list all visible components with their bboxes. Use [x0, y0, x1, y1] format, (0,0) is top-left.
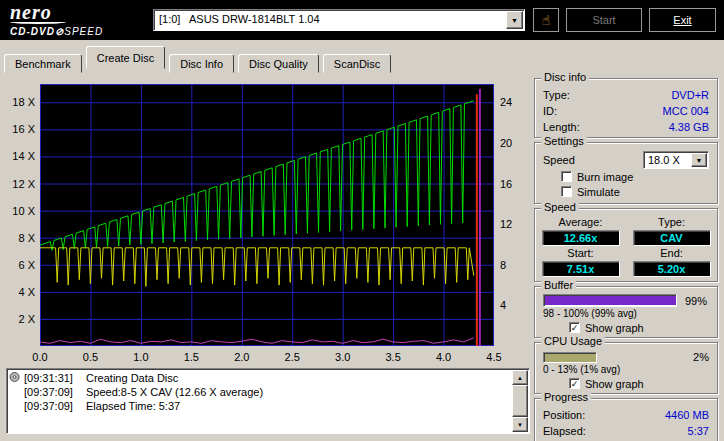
disc-info-group: Disc info Type:DVD+R ID:MCC 004 Length:4…: [534, 78, 718, 138]
cd-dvd-speed-logo: CD-DVD⊘SPEED: [10, 26, 103, 37]
svg-text:1.5: 1.5: [184, 351, 199, 363]
svg-text:24: 24: [500, 96, 512, 108]
speed-select-value: 18.0 X: [648, 154, 680, 166]
drive-select-value: [1:0] ASUS DRW-1814BLT 1.04: [159, 13, 320, 25]
log-row: [09:37:09] Elapsed Time: 5:37: [9, 399, 511, 413]
tab-benchmark[interactable]: Benchmark: [4, 54, 82, 73]
svg-text:2 X: 2 X: [18, 313, 35, 325]
checkbox-icon: [561, 186, 572, 197]
hand-icon: ☝: [542, 12, 551, 28]
svg-text:8: 8: [500, 259, 506, 271]
start-speed-display: 7.51x: [542, 261, 620, 277]
disc-id-value: MCC 004: [663, 103, 709, 119]
app-window: { "titlebar": { "logo_line1": "nero", "l…: [0, 0, 724, 441]
drive-select[interactable]: [1:0] ASUS DRW-1814BLT 1.04 ▼: [153, 9, 525, 31]
tab-scandisc[interactable]: ScanDisc: [323, 54, 391, 73]
position-value: 4460 MB: [665, 407, 709, 423]
svg-text:0.5: 0.5: [83, 351, 98, 363]
settings-group: Settings Speed 18.0 X ▼ Burn image Simul…: [534, 142, 718, 204]
show-graph-label: Show graph: [585, 322, 644, 334]
checkbox-icon: [561, 171, 572, 182]
group-title: Buffer: [541, 279, 576, 291]
tab-create-disc[interactable]: Create Disc: [86, 46, 165, 69]
disc-id-row: ID:MCC 004: [535, 103, 717, 119]
log-time: [09:37:09]: [24, 399, 86, 413]
cpu-range: 0 - 13% (1% avg): [535, 363, 717, 375]
svg-text:2.5: 2.5: [285, 351, 300, 363]
burn-image-checkbox[interactable]: Burn image: [561, 169, 717, 184]
nero-logo: nero CD-DVD⊘SPEED: [10, 1, 103, 37]
tab-disc-quality[interactable]: Disc Quality: [238, 54, 319, 73]
speed-label: Speed: [543, 154, 575, 166]
average-label: Average:: [535, 216, 626, 229]
log-text: Creating Data Disc: [86, 371, 178, 385]
tab-disc-info[interactable]: Disc Info: [169, 54, 234, 73]
tab-strip: Benchmark Create Disc Disc Info Disc Qua…: [4, 46, 392, 72]
scroll-up-icon[interactable]: ▲: [512, 370, 528, 385]
disc-type-row: Type:DVD+R: [535, 87, 717, 103]
speed-chart: 2 X4 X6 X8 X10 X12 X14 X16 X18 X48121620…: [6, 72, 530, 366]
group-title: Disc info: [541, 71, 589, 83]
end-label: End:: [626, 247, 717, 260]
type-label: Type:: [626, 216, 717, 229]
eject-tools-button[interactable]: ☝: [533, 8, 559, 32]
group-title: Settings: [541, 135, 587, 147]
scroll-down-icon[interactable]: ▼: [512, 417, 528, 432]
svg-text:12 X: 12 X: [12, 178, 35, 190]
svg-text:18 X: 18 X: [12, 96, 35, 108]
log-row: [09:31:31] Creating Data Disc: [9, 371, 511, 385]
checkbox-checked-icon: ✓: [569, 322, 580, 333]
disc-length-value: 4.38 GB: [669, 119, 709, 135]
speed-select[interactable]: 18.0 X ▼: [643, 151, 709, 169]
buffer-range: 98 - 100% (99% avg): [535, 307, 717, 319]
svg-text:12: 12: [500, 218, 512, 230]
log-text: Speed:8-5 X CAV (12.66 X average): [86, 385, 263, 399]
svg-text:1.0: 1.0: [133, 351, 148, 363]
svg-text:6 X: 6 X: [18, 259, 35, 271]
cpu-percent: 2%: [693, 351, 709, 363]
svg-text:4.0: 4.0: [436, 351, 451, 363]
disc-type-value: DVD+R: [671, 87, 709, 103]
log-text: Elapsed Time: 5:37: [86, 399, 180, 413]
simulate-checkbox[interactable]: Simulate: [561, 184, 717, 199]
burn-image-label: Burn image: [577, 171, 633, 183]
speed-type-display: CAV: [633, 230, 711, 246]
svg-text:3.0: 3.0: [335, 351, 350, 363]
speed-select-arrow-icon[interactable]: ▼: [691, 153, 707, 167]
log-scrollbar[interactable]: ▲ ▼: [512, 370, 528, 432]
speed-chart-canvas: 2 X4 X6 X8 X10 X12 X14 X16 X18 X48121620…: [6, 72, 530, 366]
svg-text:16 X: 16 X: [12, 123, 35, 135]
elapsed-row: Elapsed:5:37: [535, 423, 717, 439]
buffer-bar-fill: [545, 296, 676, 305]
elapsed-value: 5:37: [688, 423, 709, 439]
log-row: [09:37:09] Speed:8-5 X CAV (12.66 X aver…: [9, 385, 511, 399]
cpu-usage-group: CPU Usage 2% 0 - 13% (1% avg) ✓ Show gra…: [534, 342, 718, 394]
svg-text:14 X: 14 X: [12, 150, 35, 162]
log-time: [09:37:09]: [24, 385, 86, 399]
buffer-show-graph-checkbox[interactable]: ✓ Show graph: [569, 320, 717, 335]
drive-select-arrow-icon[interactable]: ▼: [506, 11, 523, 29]
group-title: CPU Usage: [541, 335, 605, 347]
svg-text:10 X: 10 X: [12, 205, 35, 217]
buffer-percent: 99%: [685, 295, 707, 307]
end-speed-display: 5.20x: [633, 261, 711, 277]
svg-text:8 X: 8 X: [18, 232, 35, 244]
cpu-show-graph-checkbox[interactable]: ✓ Show graph: [569, 376, 717, 391]
svg-text:3.5: 3.5: [385, 351, 400, 363]
exit-button[interactable]: Exit: [649, 8, 716, 32]
svg-text:16: 16: [500, 178, 512, 190]
average-speed-display: 12.66x: [542, 230, 620, 246]
scroll-thumb[interactable]: [512, 385, 528, 417]
svg-text:4: 4: [500, 299, 506, 311]
cpu-graph-swatch: [543, 352, 597, 363]
svg-text:0.0: 0.0: [32, 351, 47, 363]
disc-length-row: Length:4.38 GB: [535, 119, 717, 135]
show-graph-label: Show graph: [585, 378, 644, 390]
svg-text:2.0: 2.0: [234, 351, 249, 363]
disc-icon-logo: ⊘: [55, 26, 64, 37]
title-bar: nero CD-DVD⊘SPEED [1:0] ASUS DRW-1814BLT…: [0, 0, 724, 40]
log-panel: [09:31:31] Creating Data Disc [09:37:09]…: [6, 368, 530, 434]
start-button[interactable]: Start: [566, 8, 642, 32]
svg-text:4 X: 4 X: [18, 286, 35, 298]
buffer-level-bar: [543, 294, 677, 307]
